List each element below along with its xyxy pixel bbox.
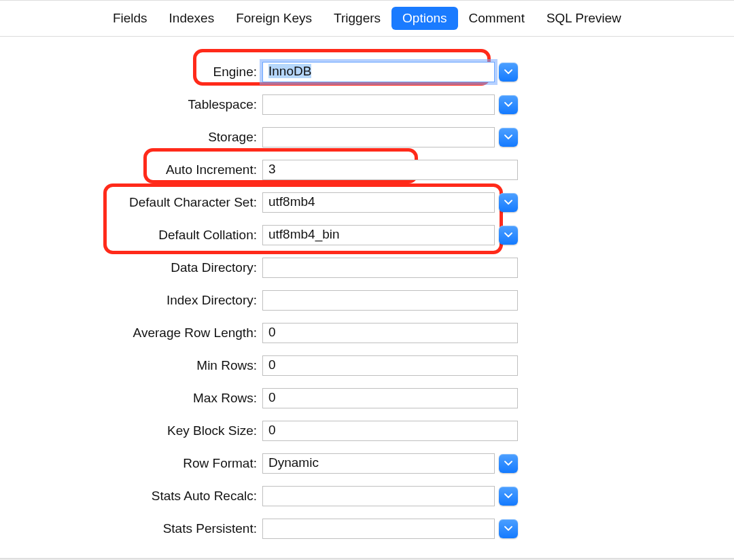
chevron-down-icon xyxy=(504,232,512,238)
label-key-block: Key Block Size: xyxy=(0,423,262,438)
chevron-down-icon xyxy=(504,69,512,75)
row-format-input[interactable]: Dynamic xyxy=(262,453,495,474)
collation-dropdown-button[interactable] xyxy=(499,226,518,245)
tab-triggers[interactable]: Triggers xyxy=(323,7,391,30)
chevron-down-icon xyxy=(504,461,512,466)
label-data-dir: Data Directory: xyxy=(0,260,262,275)
key-block-size-input[interactable]: 0 xyxy=(262,421,518,441)
label-avg-row-len: Average Row Length: xyxy=(0,326,262,340)
collation-input[interactable]: utf8mb4_bin xyxy=(262,225,495,245)
storage-input[interactable] xyxy=(262,127,495,147)
avg-row-length-input[interactable]: 0 xyxy=(262,323,518,343)
engine-dropdown-button[interactable] xyxy=(499,63,518,82)
storage-dropdown-button[interactable] xyxy=(499,128,518,147)
tab-fields[interactable]: Fields xyxy=(102,7,158,30)
chevron-down-icon xyxy=(504,493,512,499)
chevron-down-icon xyxy=(504,135,512,140)
stats-auto-recalc-input[interactable] xyxy=(262,486,495,506)
tab-foreign-keys[interactable]: Foreign Keys xyxy=(225,7,323,30)
row-format-dropdown-button[interactable] xyxy=(499,454,518,473)
min-rows-input[interactable]: 0 xyxy=(262,355,518,376)
engine-input[interactable]: InnoDB xyxy=(262,62,495,82)
label-min-rows: Min Rows: xyxy=(0,358,262,373)
label-stats-persist: Stats Persistent: xyxy=(0,521,262,536)
label-tablespace: Tablespace: xyxy=(0,97,262,112)
index-directory-input[interactable] xyxy=(262,290,518,311)
tab-comment[interactable]: Comment xyxy=(458,7,536,30)
label-collation: Default Collation: xyxy=(0,228,262,243)
tab-indexes[interactable]: Indexes xyxy=(158,7,226,30)
charset-input[interactable]: utf8mb4 xyxy=(262,192,495,213)
stats-persistent-input[interactable] xyxy=(262,519,495,539)
auto-increment-input[interactable]: 3 xyxy=(262,160,518,180)
label-stats-recalc: Stats Auto Recalc: xyxy=(0,489,262,504)
tablespace-input[interactable] xyxy=(262,94,495,115)
label-row-format: Row Format: xyxy=(0,456,262,471)
data-directory-input[interactable] xyxy=(262,258,518,278)
options-form: Engine: InnoDB Tablespace: Storage: xyxy=(0,37,734,545)
chevron-down-icon xyxy=(504,526,512,531)
label-max-rows: Max Rows: xyxy=(0,391,262,406)
label-index-dir: Index Directory: xyxy=(0,293,262,308)
label-charset: Default Character Set: xyxy=(0,195,262,210)
chevron-down-icon xyxy=(504,200,512,205)
chevron-down-icon xyxy=(504,102,512,107)
tab-sql-preview[interactable]: SQL Preview xyxy=(536,7,632,30)
stats-persistent-dropdown-button[interactable] xyxy=(499,519,518,538)
charset-dropdown-button[interactable] xyxy=(499,193,518,212)
tab-bar: Fields Indexes Foreign Keys Triggers Opt… xyxy=(0,0,734,37)
tab-options[interactable]: Options xyxy=(391,7,457,30)
max-rows-input[interactable]: 0 xyxy=(262,388,518,408)
label-auto-increment: Auto Increment: xyxy=(0,162,262,177)
label-engine: Engine: xyxy=(0,65,262,80)
label-storage: Storage: xyxy=(0,130,262,145)
stats-auto-recalc-dropdown-button[interactable] xyxy=(499,487,518,506)
tablespace-dropdown-button[interactable] xyxy=(499,95,518,114)
